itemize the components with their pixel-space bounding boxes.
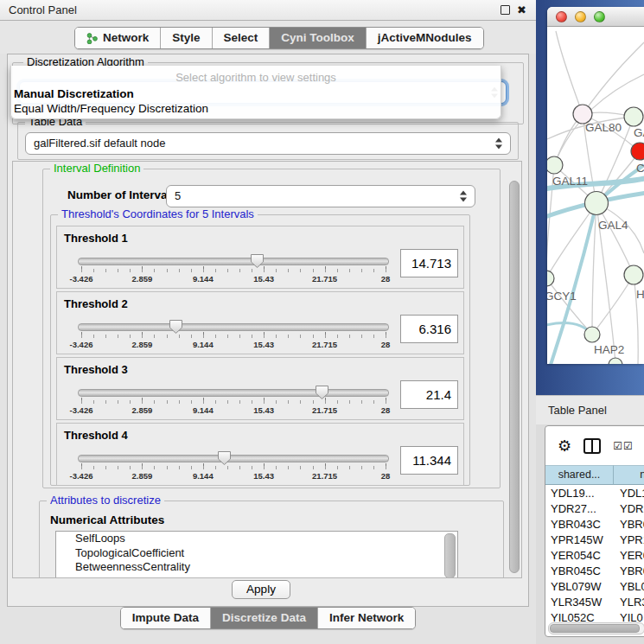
control-panel-titlebar: Control Panel ✖	[0, 0, 536, 21]
slider-minor-ticks	[81, 335, 386, 338]
column-header-name[interactable]: n...	[614, 465, 644, 485]
popup-hint: Select algorithm to view settings	[11, 71, 501, 84]
table-horizontal-scrollbar[interactable]	[548, 622, 644, 634]
threshold-slider[interactable]: -3.426 2.859 9.144 15.43 21.715 28	[81, 386, 386, 418]
slider-minor-ticks	[81, 400, 386, 404]
threshold-value-field[interactable]: 21.4	[400, 380, 458, 409]
numerical-attributes-list[interactable]: SelfLoops TopologicalCoefficient Between…	[55, 531, 458, 578]
list-scrollbar[interactable]	[444, 533, 456, 578]
table-row[interactable]: YER054CYER0	[545, 548, 644, 564]
network-window-titlebar[interactable]	[547, 7, 644, 27]
threshold-value-field[interactable]: 6.316	[400, 315, 458, 343]
attributes-group: Attributes to discretize Numerical Attri…	[39, 501, 504, 578]
table-row[interactable]: YDR27...YDR2	[545, 501, 644, 517]
attributes-title: Attributes to discretize	[47, 494, 164, 507]
slider-scale-labels: -3.426 2.859 9.144 15.43 21.715 28	[81, 405, 386, 416]
slider-minor-ticks	[81, 466, 386, 469]
node-label-hap2: HAP2	[594, 343, 624, 356]
table-toolbar: ⚙ ☑☑	[545, 426, 644, 465]
settings-scroll-area: Interval Definition Number of Intervals …	[12, 161, 522, 578]
thresholds-group: Threshold's Coordinates for 5 Intervals …	[50, 214, 470, 486]
minimize-traffic-light[interactable]	[575, 11, 586, 22]
column-split-icon[interactable]	[583, 438, 601, 454]
slider-minor-ticks	[81, 269, 386, 272]
node-label-gal80: GAL80	[585, 121, 622, 134]
screen: Control Panel ✖ Network Style Select Cyn…	[0, 0, 644, 644]
number-of-intervals-label: Number of Intervals	[67, 188, 177, 201]
tab-infer-network[interactable]: Infer Network	[317, 608, 415, 628]
table-row[interactable]: YBL079WYBL0	[545, 579, 644, 595]
table-row[interactable]: YPR145WYPR1	[545, 532, 644, 548]
combo-arrows-icon	[495, 138, 502, 150]
slider-track[interactable]	[78, 323, 389, 331]
threshold-slider[interactable]: -3.426 2.859 9.144 15.43 21.715 28	[81, 254, 386, 287]
tab-select[interactable]: Select	[212, 28, 270, 48]
gear-icon[interactable]: ⚙	[558, 438, 571, 454]
slider-track[interactable]	[78, 389, 389, 397]
threshold-value-field[interactable]: 14.713	[400, 249, 458, 277]
tab-discretize-data[interactable]: Discretize Data	[210, 608, 317, 628]
threshold-panel-1: Threshold 1 -3.426 2.859 9.144	[56, 226, 464, 289]
threshold-label: Threshold 2	[64, 297, 128, 310]
tab-impute-data[interactable]: Impute Data	[121, 608, 210, 628]
threshold-label: Threshold 4	[64, 429, 128, 442]
control-panel-tabbar: Network Style Select Cyni Toolbox jActiv…	[0, 21, 536, 54]
apply-button[interactable]: Apply	[232, 580, 290, 599]
table-data-value: galFiltered.sif default node	[34, 133, 165, 154]
node-label-clipped: C	[636, 162, 644, 175]
table-panel-window: ⚙ ☑☑ shared... n... YDL19...YDL1 YDR27..…	[545, 425, 644, 637]
bottom-tabbar: Impute Data Discretize Data Infer Networ…	[0, 607, 536, 629]
list-item[interactable]: SelfLoops	[56, 532, 457, 546]
table-panel-title: Table Panel	[548, 396, 607, 425]
scrollbar-thumb[interactable]	[550, 624, 640, 633]
list-item[interactable]: BetweennessCentrality	[56, 560, 457, 575]
threshold-slider[interactable]: -3.426 2.859 9.144 15.43 21.715 28	[81, 451, 386, 484]
slider-track[interactable]	[78, 258, 389, 265]
numerical-attributes-label: Numerical Attributes	[50, 513, 164, 526]
node-label-gal4: GAL4	[598, 219, 628, 232]
slider-track[interactable]	[78, 455, 389, 462]
list-item[interactable]: TopologicalCoefficient	[56, 546, 457, 561]
popup-option-manual[interactable]: Manual Discretization	[14, 87, 134, 100]
float-window-icon[interactable]	[501, 5, 510, 15]
tab-jactivemnodules[interactable]: jActiveMNodules	[366, 28, 483, 48]
select-columns-icon[interactable]: ☑☑	[613, 440, 634, 452]
zoom-traffic-light[interactable]	[594, 11, 605, 22]
node-label-clipped: H	[636, 288, 644, 301]
table-row[interactable]: YIL052CYIL0	[545, 610, 644, 622]
table-data-combobox[interactable]: galFiltered.sif default node	[25, 132, 511, 155]
slider-thumb[interactable]	[315, 385, 329, 400]
settings-scrollbar[interactable]	[508, 181, 519, 574]
thresholds-title: Threshold's Coordinates for 5 Intervals	[58, 208, 258, 220]
tab-network[interactable]: Network	[75, 28, 160, 48]
tab-cyni-toolbox[interactable]: Cyni Toolbox	[269, 28, 366, 48]
popup-option-equal-width[interactable]: Equal Width/Frequency Discretization	[14, 102, 208, 115]
slider-scale-labels: -3.426 2.859 9.144 15.43 21.715 28	[81, 471, 386, 481]
bottom-tab-group: Impute Data Discretize Data Infer Networ…	[120, 607, 416, 629]
table-body: YDL19...YDL1 YDR27...YDR2 YBR043CYBR0 YP…	[545, 486, 644, 622]
slider-thumb[interactable]	[250, 253, 265, 269]
close-traffic-light[interactable]	[556, 11, 567, 22]
scrollbar-thumb[interactable]	[509, 181, 520, 573]
close-icon[interactable]: ✖	[517, 0, 526, 20]
table-row[interactable]: YBR045CYBR0	[545, 564, 644, 579]
spinner-arrows-icon	[460, 191, 467, 202]
threshold-panel-4: Threshold 4 -3.426 2.859 9.144	[56, 423, 464, 486]
number-of-intervals-spinner[interactable]: 5	[166, 185, 475, 207]
panel-title: Control Panel	[9, 0, 77, 20]
slider-scale-labels: -3.426 2.859 9.144 15.43 21.715 28	[81, 340, 386, 350]
intervals-value: 5	[175, 186, 181, 207]
threshold-slider[interactable]: -3.426 2.859 9.144 15.43 21.715 28	[81, 320, 386, 353]
table-data-group: Table Data galFiltered.sif default node	[17, 122, 519, 160]
table-row[interactable]: YBR043CYBR0	[545, 517, 644, 532]
slider-thumb[interactable]	[217, 450, 232, 466]
table-row[interactable]: YLR345WYLR3	[545, 595, 644, 610]
network-canvas[interactable]: GAL80 GA C GAL11 GAL4 GCY1 H HAP2	[547, 27, 644, 364]
threshold-value-field[interactable]: 11.344	[400, 446, 458, 475]
tab-style[interactable]: Style	[160, 28, 211, 48]
table-row[interactable]: YDL19...YDL1	[545, 486, 644, 501]
node-label-gcy1: GCY1	[547, 290, 577, 303]
table-panel-titlebar: Table Panel	[536, 395, 644, 425]
slider-thumb[interactable]	[169, 319, 183, 335]
column-header-shared-name[interactable]: shared...	[545, 465, 614, 485]
